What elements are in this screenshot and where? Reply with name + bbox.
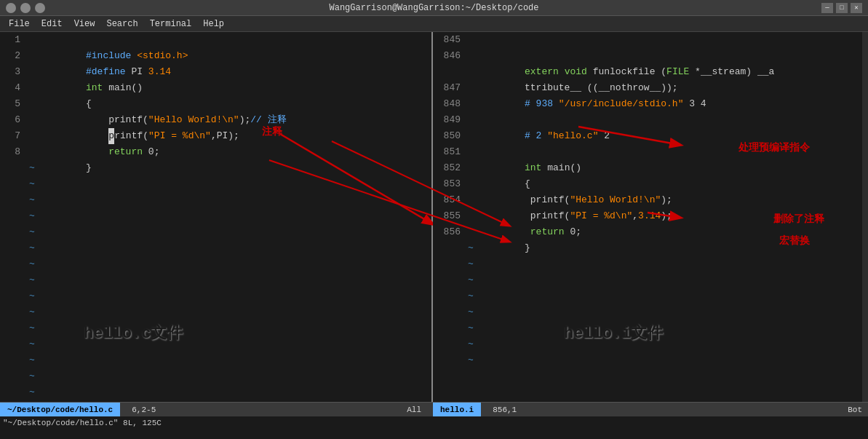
menu-help[interactable]: Help: [197, 17, 230, 31]
win-minimize[interactable]: ─: [821, 3, 833, 13]
table-row: 846 extern void funlockfile (FILE *__str…: [433, 48, 868, 64]
table-row: 1 #include <stdio.h>: [0, 32, 431, 48]
table-row: 4 {: [0, 80, 431, 96]
table-row: 853 printf("Hello World!\n");: [433, 176, 868, 192]
titlebar: WangGarrison@WangGarrison:~/Desktop/code…: [0, 0, 868, 16]
cmdline-content: ~/Desktop/code/hello.c" 8L, 125C: [8, 419, 162, 427]
status-position-left: 6,2-5: [120, 406, 407, 414]
tilde-line: ~: [0, 240, 431, 256]
statusbar-right: hello.i 856,1 Bot: [433, 402, 868, 416]
minimize-btn[interactable]: [20, 3, 31, 13]
tilde-line: ~: [0, 272, 431, 288]
tilde-line: ~: [0, 304, 431, 320]
left-pane-label: hello.c文件: [84, 322, 183, 344]
tilde-line: ~: [0, 368, 431, 384]
menu-file[interactable]: File: [3, 17, 36, 31]
annotation-precompile: 处理预编译指令: [738, 141, 810, 154]
table-row: 854 printf("PI = %d\n",3.14);: [433, 192, 868, 208]
cmdline-text: ": [3, 419, 8, 427]
annotation-macro: 宏替换: [779, 234, 810, 248]
command-line: " ~/Desktop/code/hello.c" 8L, 125C: [0, 416, 868, 430]
table-row: ttribute__ ((__nothrow__));: [433, 64, 868, 80]
status-filepath-left: ~/Desktop/code/hello.c: [0, 403, 120, 416]
menu-terminal[interactable]: Terminal: [144, 17, 198, 31]
table-row: 849 # 2 "hello.c" 2: [433, 112, 868, 128]
left-code-area: 1 #include <stdio.h> 2 #define PI 3.14 3…: [0, 32, 431, 402]
statusbar: ~/Desktop/code/hello.c 6,2-5 All hello.i…: [0, 402, 868, 416]
right-scrollbar[interactable]: [862, 32, 868, 402]
window-title: WangGarrison@WangGarrison:~/Desktop/code: [329, 3, 538, 13]
tilde-line: ~: [433, 272, 868, 288]
tilde-line: ~: [0, 192, 431, 208]
right-pane[interactable]: 845 846 extern void funlockfile (FILE *_…: [433, 32, 868, 402]
win-maximize[interactable]: □: [836, 3, 848, 13]
tilde-line: ~: [0, 208, 431, 224]
tilde-line: ~: [0, 352, 431, 368]
tilde-line: ~: [0, 224, 431, 240]
annotation-delete-comment: 删除了注释: [773, 213, 824, 226]
tilde-line: ~: [433, 288, 868, 304]
tilde-line: ~: [0, 336, 431, 352]
table-row: 7 return 0;: [0, 128, 431, 144]
tilde-line: ~: [0, 320, 431, 336]
tilde-line: ~: [0, 384, 431, 400]
table-row: 5 printf("Hello World!\n");// 注释: [0, 96, 431, 112]
table-row: 845: [433, 32, 868, 48]
menu-search[interactable]: Search: [100, 17, 143, 31]
win-close[interactable]: ✕: [851, 3, 862, 13]
tilde-line: ~: [0, 400, 431, 402]
menubar: File Edit View Search Terminal Help: [0, 16, 868, 32]
status-filepath-right: hello.i: [433, 403, 481, 416]
tilde-line: ~: [433, 304, 868, 320]
titlebar-left: [6, 3, 45, 13]
editor-container: 1 #include <stdio.h> 2 #define PI 3.14 3…: [0, 32, 868, 402]
table-row: 847 # 938 "/usr/include/stdio.h" 3 4: [433, 80, 868, 96]
table-row: 2 #define PI 3.14: [0, 48, 431, 64]
menu-edit[interactable]: Edit: [36, 17, 68, 31]
maximize-btn[interactable]: [35, 3, 45, 13]
tilde-line: ~: [0, 288, 431, 304]
left-pane[interactable]: 1 #include <stdio.h> 2 #define PI 3.14 3…: [0, 32, 433, 402]
statusbar-left: ~/Desktop/code/hello.c 6,2-5 All: [0, 402, 433, 416]
menu-view[interactable]: View: [68, 17, 101, 31]
tilde-line: ~: [0, 256, 431, 272]
table-row: 3 int main(): [0, 64, 431, 80]
table-row: 852 {: [433, 160, 868, 176]
status-all-indicator: All: [407, 406, 433, 414]
right-pane-label: hello.i文件: [564, 322, 663, 344]
tilde-line: ~: [433, 352, 868, 368]
titlebar-controls: ─ □ ✕: [821, 3, 862, 13]
table-row: 848: [433, 96, 868, 112]
table-row: 6 printf("PI = %d\n",PI);: [0, 112, 431, 128]
status-position-right: 856,1: [481, 406, 848, 414]
status-bot-indicator: Bot: [848, 406, 868, 414]
close-btn[interactable]: [6, 3, 16, 13]
table-row: 8 }: [0, 144, 431, 160]
